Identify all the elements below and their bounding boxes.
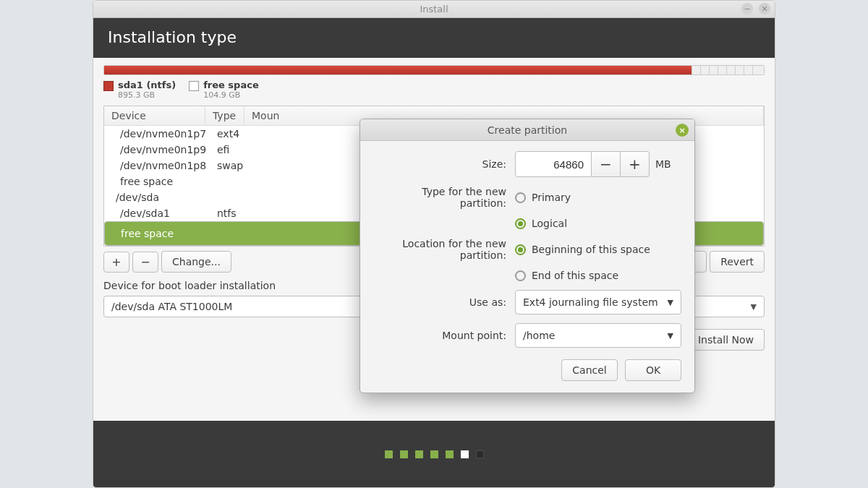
radio-icon [515, 218, 526, 229]
usage-segment-sda1 [104, 66, 692, 74]
use-as-value: Ext4 journaling file system [523, 296, 658, 308]
radio-beginning[interactable]: Beginning of this space [515, 244, 681, 255]
minimize-icon[interactable]: − [741, 3, 753, 14]
create-partition-dialog: Create partition × Size: − + MB Type for… [359, 119, 695, 393]
type-label: Type for the new partition: [373, 186, 515, 209]
chevron-down-icon: ▼ [668, 331, 673, 341]
usage-legend: sda1 (ntfs) 895.3 GB free space 104.9 GB [103, 80, 765, 100]
remove-button[interactable]: − [132, 252, 158, 273]
window-title: Install [420, 4, 448, 14]
window-controls: − ✕ [741, 3, 770, 14]
progress-dot[interactable] [415, 450, 423, 458]
ok-button[interactable]: OK [625, 359, 681, 381]
install-now-button[interactable]: Install Now [687, 329, 765, 351]
size-input[interactable] [515, 151, 592, 177]
cell-device: free space [120, 176, 217, 187]
close-icon[interactable]: ✕ [759, 3, 770, 14]
cell-device: /dev/nvme0n1p8 [120, 160, 217, 171]
progress-dot[interactable] [400, 450, 408, 458]
size-label: Size: [373, 158, 515, 170]
change-button[interactable]: Change... [161, 251, 231, 273]
size-stepper: − + [515, 151, 650, 177]
header-device[interactable]: Device [104, 106, 205, 125]
cell-type: ntfs [217, 207, 256, 219]
cell-type: ext4 [217, 128, 256, 140]
disk-usage-bar [103, 65, 765, 75]
cell-device: /dev/nvme0n1p9 [120, 144, 217, 155]
mount-point-value: /home [523, 330, 555, 341]
legend-free-size: 104.9 GB [203, 90, 259, 100]
add-button[interactable]: + [103, 252, 129, 273]
titlebar: Install − ✕ [93, 1, 775, 18]
chevron-down-icon: ▼ [751, 302, 757, 312]
mount-point-label: Mount point: [373, 330, 515, 341]
size-unit: MB [655, 158, 671, 170]
legend-free-name: free space [203, 80, 259, 90]
location-label: Location for the new partition: [373, 238, 515, 261]
progress-dot[interactable] [446, 450, 454, 458]
radio-beginning-label: Beginning of this space [532, 244, 650, 255]
radio-logical-label: Logical [532, 218, 567, 229]
cell-type [217, 176, 256, 187]
radio-icon [515, 244, 526, 255]
header-type[interactable]: Type [205, 106, 244, 125]
cell-type: swap [217, 160, 256, 171]
radio-primary[interactable]: Primary [515, 192, 681, 203]
radio-primary-label: Primary [532, 192, 571, 203]
use-as-select[interactable]: Ext4 journaling file system ▼ [515, 290, 681, 314]
cell-device: /dev/sda [116, 192, 213, 203]
cell-type [213, 192, 252, 203]
cell-type: efi [217, 144, 256, 155]
legend-sda1-name: sda1 (ntfs) [118, 80, 176, 90]
radio-icon [515, 270, 526, 281]
cancel-button[interactable]: Cancel [561, 359, 618, 381]
close-icon[interactable]: × [676, 124, 689, 137]
size-increment-button[interactable]: + [621, 151, 650, 177]
usage-segment-free [692, 66, 764, 74]
cell-device: free space [121, 228, 218, 239]
radio-end[interactable]: End of this space [515, 270, 681, 281]
revert-button[interactable]: Revert [710, 251, 765, 273]
cell-device: /dev/sda1 [120, 207, 217, 219]
mount-point-select[interactable]: /home ▼ [515, 323, 681, 348]
swatch-icon [103, 81, 114, 91]
progress-dot[interactable] [430, 450, 438, 458]
chevron-down-icon: ▼ [668, 298, 673, 307]
dialog-title-text: Create partition [488, 124, 567, 136]
cell-device: /dev/nvme0n1p7 [120, 128, 217, 140]
radio-end-label: End of this space [532, 270, 618, 281]
legend-sda1-size: 895.3 GB [118, 90, 176, 100]
progress-dot[interactable] [461, 450, 469, 458]
progress-footer [93, 421, 775, 487]
progress-dot[interactable] [476, 450, 484, 458]
dialog-title: Create partition × [360, 119, 694, 141]
use-as-label: Use as: [373, 296, 515, 308]
radio-icon [515, 192, 526, 203]
legend-free: free space 104.9 GB [189, 80, 259, 100]
legend-sda1: sda1 (ntfs) 895.3 GB [103, 80, 176, 100]
swatch-icon [189, 81, 199, 91]
radio-logical[interactable]: Logical [515, 218, 681, 229]
progress-dot[interactable] [385, 450, 393, 458]
installer-window: Install − ✕ Installation type sda1 (ntfs… [93, 0, 775, 488]
page-title: Installation type [93, 18, 775, 58]
size-decrement-button[interactable]: − [592, 151, 621, 177]
